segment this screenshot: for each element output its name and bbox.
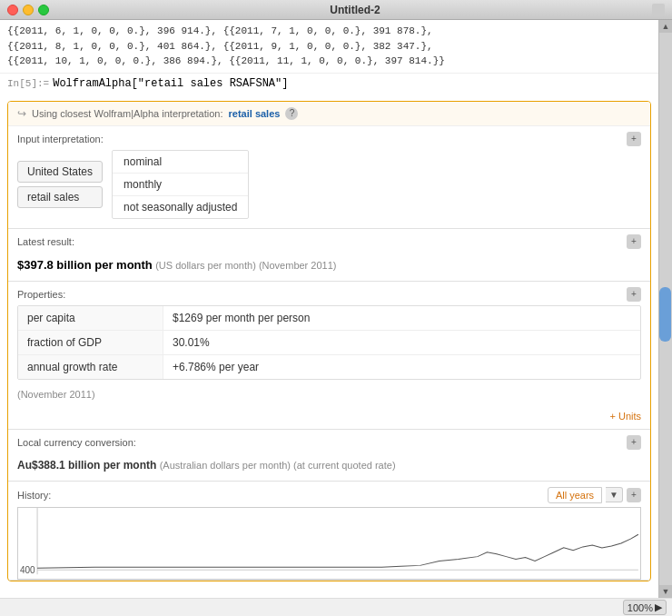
notice-arrow-icon: ↪: [17, 107, 26, 120]
chart-y-label: 400: [20, 565, 35, 575]
scrollbar-thumb[interactable]: [659, 287, 671, 342]
main-content: {{2011, 6, 1, 0, 0, 0.}, 396 914.}, {{20…: [0, 20, 658, 598]
latest-result-sub: (US dollars per month) (November 2011): [155, 260, 336, 271]
maximize-button[interactable]: [38, 5, 49, 15]
prop-nominal: nominal: [113, 151, 248, 174]
local-currency-section: Local currency conversion: + Au$388.1 bi…: [8, 430, 650, 482]
notice-highlight: retail sales: [229, 108, 281, 119]
latest-result-section: Latest result: + $397.8 billion per mont…: [8, 229, 650, 282]
prop-key-per-capita: per capita: [18, 306, 163, 330]
local-currency-value: Au$388.1 billion per month (Australian d…: [8, 453, 650, 481]
prop-val-gdp: 30.01%: [163, 331, 219, 354]
interpretation-expand-button[interactable]: +: [627, 132, 641, 146]
prop-seasonally: not seasonally adjusted: [113, 196, 248, 218]
input-label-text: In[5]:=: [7, 78, 49, 89]
titlebar: Untitled-2: [0, 0, 672, 20]
input-label: In[5]:=: [7, 77, 49, 89]
interpretation-properties: nominal monthly not seasonally adjusted: [112, 150, 249, 219]
tag-retail-sales[interactable]: retail sales: [17, 186, 103, 208]
prop-val-growth: +6.786% per year: [163, 355, 268, 379]
result-container: ↪ Using closest Wolfram|Alpha interpreta…: [7, 101, 651, 581]
svg-rect-0: [18, 508, 640, 579]
zoom-control[interactable]: 100% ▶: [623, 600, 667, 615]
properties-header: Properties: +: [8, 282, 650, 305]
interpretation-section: Input interpretation: + United States re…: [8, 126, 650, 229]
interpretation-title: Input interpretation:: [17, 134, 104, 144]
latest-result-value: $397.8 billion per month (US dollars per…: [8, 253, 650, 281]
properties-expand-button[interactable]: +: [627, 287, 641, 302]
latest-result-expand-button[interactable]: +: [627, 234, 641, 249]
local-currency-expand-button[interactable]: +: [627, 435, 641, 450]
history-title: History:: [17, 490, 51, 501]
history-chart: 400: [17, 507, 641, 580]
input-line: In[5]:= WolframAlpha["retail sales RSAFS…: [0, 74, 658, 97]
prop-key-growth: annual growth rate: [18, 355, 163, 379]
code-output: {{2011, 6, 1, 0, 0, 0.}, 396 914.}, {{20…: [0, 20, 658, 74]
all-years-button[interactable]: All years: [548, 487, 602, 503]
help-icon[interactable]: ?: [285, 107, 298, 120]
local-currency-main: Au$388.1 billion per month: [17, 459, 156, 472]
scroll-up-arrow[interactable]: ▲: [659, 20, 672, 33]
code-line-2: {{2011, 8, 1, 0, 0, 0.}, 401 864.}, {{20…: [7, 39, 651, 55]
wolfram-notice: ↪ Using closest Wolfram|Alpha interpreta…: [8, 102, 650, 126]
latest-result-main: $397.8 billion per month: [17, 258, 153, 272]
prop-row-gdp: fraction of GDP 30.01%: [18, 331, 640, 355]
prop-val-per-capita: $1269 per month per person: [163, 306, 319, 330]
zoom-level: 100%: [628, 602, 653, 613]
interpretation-tags: United States retail sales: [17, 161, 103, 208]
window-title: Untitled-2: [58, 4, 652, 16]
interpretation-content: United States retail sales nominal month…: [17, 150, 641, 219]
interpretation-header: Input interpretation: +: [8, 126, 650, 150]
history-header: History: All years ▼ +: [8, 482, 650, 507]
wolfram-command[interactable]: WolframAlpha["retail sales RSAFSNA"]: [53, 77, 288, 90]
latest-result-title: Latest result:: [17, 236, 74, 247]
scroll-down-arrow[interactable]: ▼: [659, 585, 672, 598]
notice-text: Using closest Wolfram|Alpha interpretati…: [32, 108, 223, 119]
local-currency-header: Local currency conversion: +: [8, 430, 650, 453]
years-dropdown-button[interactable]: ▼: [606, 487, 623, 502]
close-button[interactable]: [7, 5, 18, 15]
history-expand-button[interactable]: +: [627, 488, 641, 502]
history-section: History: All years ▼ + 400: [8, 482, 650, 581]
history-controls: All years ▼ +: [548, 487, 641, 503]
tag-united-states[interactable]: United States: [17, 161, 103, 183]
code-line-3: {{2011, 10, 1, 0, 0, 0.}, 386 894.}, {{2…: [7, 54, 651, 69]
prop-row-growth: annual growth rate +6.786% per year: [18, 355, 640, 379]
bottom-bar: 100% ▶: [0, 598, 672, 616]
local-currency-sub: (Australian dollars per month) (at curre…: [160, 460, 396, 471]
code-line-1: {{2011, 6, 1, 0, 0, 0.}, 396 914.}, {{20…: [7, 24, 651, 39]
local-currency-title: Local currency conversion:: [17, 437, 136, 448]
prop-monthly: monthly: [113, 174, 248, 196]
window-resize-button[interactable]: [652, 4, 665, 16]
units-link[interactable]: + Units: [8, 407, 650, 429]
properties-title: Properties:: [17, 289, 65, 300]
chart-svg: [18, 508, 640, 579]
zoom-arrow-icon: ▶: [655, 601, 662, 613]
scrollbar[interactable]: ▲ ▼: [658, 20, 672, 598]
traffic-lights: [7, 5, 49, 15]
prop-key-gdp: fraction of GDP: [18, 331, 163, 354]
properties-date: (November 2011): [8, 385, 650, 407]
latest-result-header: Latest result: +: [8, 229, 650, 253]
properties-section: Properties: + per capita $1269 per month…: [8, 282, 650, 430]
prop-row-per-capita: per capita $1269 per month per person: [18, 306, 640, 331]
minimize-button[interactable]: [23, 5, 34, 15]
properties-table: per capita $1269 per month per person fr…: [17, 305, 641, 380]
